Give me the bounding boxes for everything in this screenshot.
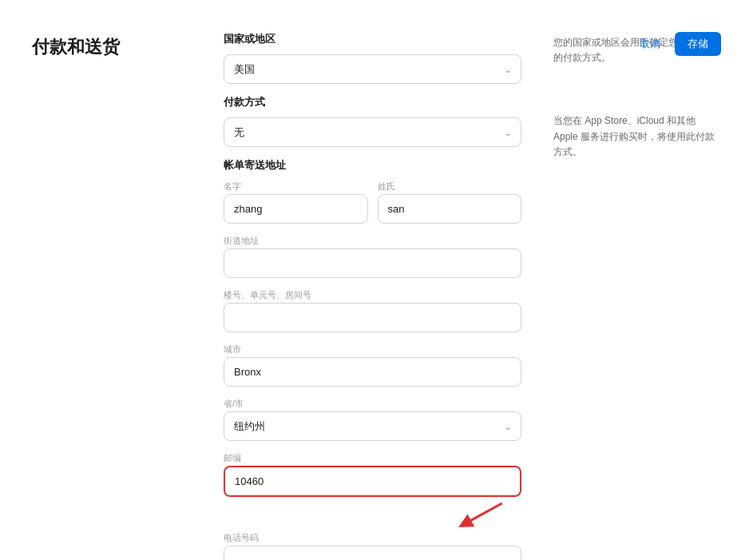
header-actions: 取消 存储 bbox=[632, 32, 721, 56]
payment-select[interactable]: 无 bbox=[224, 117, 521, 147]
apt-group: 楼号、单元号、房间号 bbox=[224, 289, 521, 332]
payment-section: 付款方式 无 ⌄ bbox=[224, 95, 521, 147]
apt-input[interactable] bbox=[224, 303, 521, 332]
zip-annotation bbox=[224, 466, 521, 497]
svg-line-1 bbox=[465, 494, 502, 534]
payment-select-wrapper[interactable]: 无 ⌄ bbox=[224, 117, 521, 147]
page-title: 付款和送货 bbox=[32, 35, 208, 59]
page-container: 付款和送货 国家或地区 美国 ⌄ 付款方式 无 ⌄ 帐单寄 bbox=[0, 0, 753, 560]
billing-label: 帐单寄送地址 bbox=[224, 158, 521, 173]
state-group: 省/市 纽约州 ⌄ bbox=[224, 398, 521, 441]
state-select[interactable]: 纽约州 bbox=[224, 411, 521, 441]
city-input[interactable] bbox=[224, 357, 521, 387]
street-input[interactable] bbox=[224, 248, 521, 278]
country-select[interactable]: 美国 bbox=[224, 54, 521, 84]
city-label: 城市 bbox=[224, 344, 521, 355]
main-content: 国家或地区 美国 ⌄ 付款方式 无 ⌄ 帐单寄送地址 bbox=[208, 32, 537, 560]
city-group: 城市 bbox=[224, 344, 521, 387]
street-group: 街道地址 bbox=[224, 235, 521, 278]
zip-group: 邮编 bbox=[224, 452, 521, 497]
country-select-wrapper[interactable]: 美国 ⌄ bbox=[224, 54, 521, 84]
zip-label: 邮编 bbox=[224, 452, 521, 464]
street-label: 街道地址 bbox=[224, 235, 521, 247]
save-button[interactable]: 存储 bbox=[675, 32, 721, 56]
first-name-group: 名字 bbox=[224, 181, 368, 224]
billing-section: 帐单寄送地址 名字 姓氏 街道地址 楼号、单元号、房间号 bbox=[224, 158, 521, 560]
state-label: 省/市 bbox=[224, 398, 521, 410]
payment-info-text: 当您在 App Store、iCloud 和其他 Apple 服务进行购买时，将… bbox=[553, 113, 721, 160]
first-name-label: 名字 bbox=[224, 181, 368, 193]
cancel-button[interactable]: 取消 bbox=[632, 33, 668, 55]
phone-input[interactable] bbox=[224, 546, 521, 560]
name-row: 名字 姓氏 bbox=[224, 181, 521, 235]
payment-label: 付款方式 bbox=[224, 95, 521, 109]
last-name-group: 姓氏 bbox=[378, 181, 522, 224]
right-info-panel: 您的国家或地区会用于确定您能够使用的付款方式。 当您在 App Store、iC… bbox=[537, 32, 721, 560]
last-name-label: 姓氏 bbox=[378, 181, 522, 193]
state-select-wrapper[interactable]: 纽约州 ⌄ bbox=[224, 411, 521, 441]
left-panel: 付款和送货 bbox=[32, 32, 208, 560]
apt-label: 楼号、单元号、房间号 bbox=[224, 289, 521, 301]
country-section: 国家或地区 美国 ⌄ bbox=[224, 32, 521, 84]
country-label: 国家或地区 bbox=[224, 32, 521, 46]
last-name-input[interactable] bbox=[378, 194, 522, 224]
first-name-input[interactable] bbox=[224, 194, 368, 224]
